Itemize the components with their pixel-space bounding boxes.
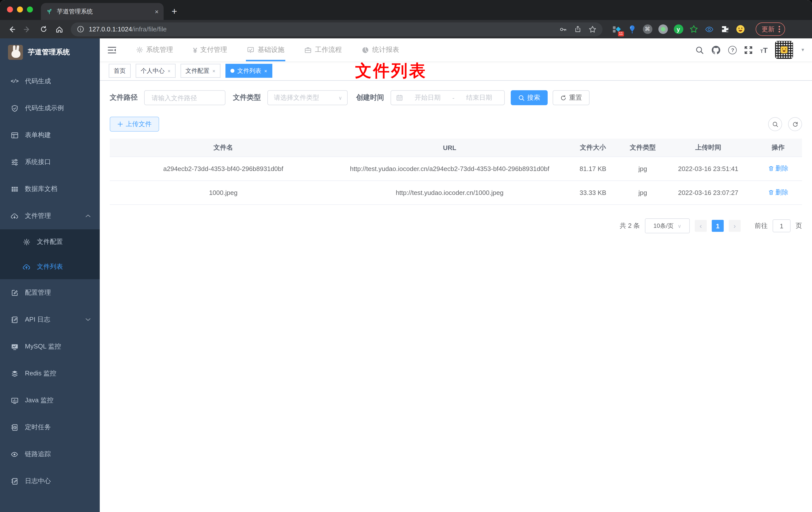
address-bar[interactable]: 127.0.0.1:1024/infra/file/file: [71, 22, 603, 36]
recorder-extension-icon[interactable]: [658, 24, 668, 34]
collapse-sidebar-icon[interactable]: [108, 46, 116, 54]
sidebar-item-code-gen[interactable]: </> 代码生成: [0, 68, 100, 95]
close-window-button[interactable]: [7, 6, 13, 12]
sidebar-item-config-manage[interactable]: 配置管理: [0, 279, 100, 306]
cell-upload-time: 2022-03-16 23:07:27: [662, 181, 754, 205]
help-icon[interactable]: ?: [728, 46, 737, 54]
back-icon[interactable]: [5, 23, 18, 36]
close-icon[interactable]: ×: [212, 68, 215, 73]
goto-page-input[interactable]: [773, 220, 790, 233]
fullscreen-icon[interactable]: [745, 46, 753, 54]
font-size-icon[interactable]: TT: [760, 46, 767, 54]
search-button[interactable]: 搜索: [511, 90, 548, 105]
top-menu-infra[interactable]: 基础设施: [237, 38, 294, 61]
edit-square-icon: [10, 289, 19, 296]
delete-button[interactable]: 删除: [768, 187, 788, 198]
sidebar-item-db-doc[interactable]: 数据库文档: [0, 176, 100, 203]
sidebar-item-java-monitor[interactable]: Java 监控: [0, 387, 100, 414]
home-icon[interactable]: [53, 23, 66, 36]
balloon-extension-icon[interactable]: [627, 24, 637, 34]
window-controls[interactable]: [7, 6, 33, 12]
minimize-window-button[interactable]: [17, 6, 23, 12]
bookmark-star-icon[interactable]: [588, 25, 597, 33]
sidebar-item-tracing[interactable]: 链路追踪: [0, 441, 100, 468]
view-tab-file-config[interactable]: 文件配置 ×: [180, 64, 221, 78]
shield-check-icon: [10, 104, 19, 112]
reload-icon[interactable]: [37, 23, 50, 36]
file-type-select[interactable]: 请选择文件类型 ∨: [267, 90, 348, 105]
refresh-table-button[interactable]: [788, 117, 802, 131]
view-tab-profile[interactable]: 个人中心 ×: [136, 64, 176, 78]
page-size-select[interactable]: 10条/页 ∨: [645, 219, 690, 234]
search-icon[interactable]: [696, 46, 704, 54]
file-path-input[interactable]: [151, 93, 219, 102]
cloud-upload-icon: [23, 263, 30, 270]
top-menu-system[interactable]: 系统管理: [126, 38, 183, 61]
sidebar-item-file-config[interactable]: 文件配置: [0, 229, 100, 254]
new-tab-button[interactable]: +: [172, 6, 177, 17]
y-extension-icon[interactable]: y: [673, 24, 683, 34]
red-annotation: 文件列表: [355, 61, 427, 80]
extensions-puzzle-icon[interactable]: [720, 24, 730, 34]
emoji-extension-icon[interactable]: [735, 24, 745, 34]
chrome-update-button[interactable]: 更新: [756, 23, 785, 36]
sidebar-item-api-log[interactable]: API 日志: [0, 306, 100, 333]
view-tab-home[interactable]: 首页: [109, 64, 131, 78]
page-unit-label: 页: [795, 221, 802, 231]
next-page-button[interactable]: ›: [729, 220, 741, 232]
sidebar-item-form-builder[interactable]: 表单构建: [0, 122, 100, 149]
extension-badge: 11: [618, 31, 624, 36]
sliders-icon: [10, 158, 19, 166]
password-key-icon[interactable]: [559, 25, 567, 33]
rabbit-logo: [8, 45, 23, 60]
top-menu-pay[interactable]: ¥ 支付管理: [183, 38, 237, 61]
cell-file-name: 1000.jpeg: [110, 181, 337, 205]
file-path-label: 文件路径: [110, 93, 138, 102]
view-tab-file-list[interactable]: 文件列表 ×: [225, 64, 272, 78]
avatar-caret-icon[interactable]: ▼: [801, 48, 805, 52]
zoom-window-button[interactable]: [27, 6, 33, 12]
page-content: 文件路径 文件类型 请选择文件类型 ∨ 创建时间 开始日期 - 结束日期: [100, 81, 812, 512]
sidebar-item-system-api[interactable]: 系统接口: [0, 149, 100, 176]
sidebar-logo-row[interactable]: 芋道管理系统: [0, 40, 100, 65]
date-start-placeholder[interactable]: 开始日期: [407, 93, 448, 102]
delete-button[interactable]: 删除: [768, 163, 788, 174]
chrome-menu-icon[interactable]: [779, 26, 780, 32]
sidebar-item-file-manage[interactable]: 文件管理: [0, 203, 100, 229]
github-icon[interactable]: [712, 45, 721, 55]
url-text[interactable]: 127.0.0.1:1024/infra/file/file: [89, 25, 555, 33]
top-menu-workflow[interactable]: 工作流程: [294, 38, 352, 61]
reset-button[interactable]: 重置: [553, 90, 589, 105]
chevron-up-icon: [85, 214, 91, 218]
create-time-label: 创建时间: [356, 93, 384, 102]
browser-tab[interactable]: 芋道管理系统 ×: [41, 3, 164, 20]
sidebar-extension-icon[interactable]: 11: [611, 24, 621, 34]
sidebar-item-redis-monitor[interactable]: Redis 监控: [0, 360, 100, 387]
sidebar-item-cron-job[interactable]: 定时任务: [0, 414, 100, 441]
date-end-placeholder[interactable]: 结束日期: [459, 93, 499, 102]
sidebar-item-log-center[interactable]: 日志中心: [0, 468, 100, 494]
site-info-icon[interactable]: [77, 25, 84, 33]
prev-page-button[interactable]: ‹: [695, 220, 707, 232]
avatar-emoji: [781, 47, 788, 53]
share-icon[interactable]: [574, 25, 582, 33]
sidebar-item-file-list[interactable]: 文件列表: [0, 254, 100, 279]
vue-devtools-icon[interactable]: [704, 24, 714, 34]
tab-close-icon[interactable]: ×: [155, 8, 158, 15]
green-star-extension-icon[interactable]: [689, 24, 699, 34]
sidebar-item-mysql-monitor[interactable]: MySQL 监控: [0, 333, 100, 360]
close-icon[interactable]: ×: [264, 68, 267, 73]
date-range-picker[interactable]: 开始日期 - 结束日期: [390, 90, 505, 105]
browser-window: 芋道管理系统 × + 127.0.0.1:1024/infra/file/fil…: [0, 0, 812, 512]
forward-icon[interactable]: [21, 23, 34, 36]
gear-icon: [23, 238, 30, 245]
command-extension-icon[interactable]: ⌘: [642, 24, 652, 34]
sidebar-item-code-demo[interactable]: 代码生成示例: [0, 95, 100, 122]
qr-avatar[interactable]: [775, 41, 793, 59]
upload-file-button[interactable]: 上传文件: [110, 117, 159, 131]
show-search-toggle-button[interactable]: [768, 117, 782, 131]
top-menu-report[interactable]: 统计报表: [352, 38, 409, 61]
top-navbar: 系统管理 ¥ 支付管理 基础设施 工作流程: [100, 38, 812, 61]
close-icon[interactable]: ×: [168, 68, 171, 73]
current-page-button[interactable]: 1: [712, 220, 724, 232]
